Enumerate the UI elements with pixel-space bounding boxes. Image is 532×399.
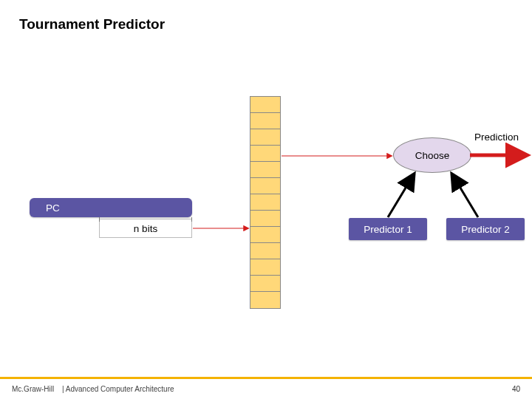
table-row: [250, 227, 280, 243]
table-row: [250, 178, 280, 194]
nbits-label: n bits: [134, 223, 157, 234]
nbits-tick-left: [99, 217, 100, 222]
choose-oval: Choose: [393, 137, 471, 173]
predictor-2-label: Predictor 2: [461, 224, 509, 235]
footer-brand: Mc.Graw-Hill: [12, 385, 54, 393]
table-row: [250, 129, 280, 146]
table-row: [250, 243, 280, 259]
pc-label: PC: [46, 202, 60, 214]
prediction-label: Prediction: [474, 132, 519, 143]
footer-page: 40: [512, 385, 520, 393]
table-row: [250, 146, 280, 162]
table-row: [250, 97, 280, 113]
table-row: [250, 259, 280, 276]
footer: Mc.Graw-Hill | Advanced Computer Archite…: [0, 377, 532, 399]
nbits-tick-right: [191, 217, 192, 222]
table-row: [250, 162, 280, 178]
predictor-1-box: Predictor 1: [349, 218, 427, 240]
table-row: [250, 276, 280, 292]
nbits-box: n bits: [99, 219, 192, 238]
predictor-1-label: Predictor 1: [364, 224, 412, 235]
diagram-canvas: Choose Prediction PC n bits Predictor 1 …: [0, 0, 532, 399]
predictor-2-box: Predictor 2: [446, 218, 525, 240]
table-row: [250, 194, 280, 211]
pc-box: PC: [30, 198, 192, 217]
footer-course: | Advanced Computer Architecture: [62, 385, 174, 393]
table-row: [250, 113, 280, 129]
choose-label: Choose: [415, 150, 450, 161]
arrow-p1-to-choose: [388, 174, 414, 217]
predictor-table: [250, 96, 281, 309]
arrow-p2-to-choose: [452, 174, 478, 217]
table-row: [250, 292, 280, 308]
table-row: [250, 211, 280, 227]
